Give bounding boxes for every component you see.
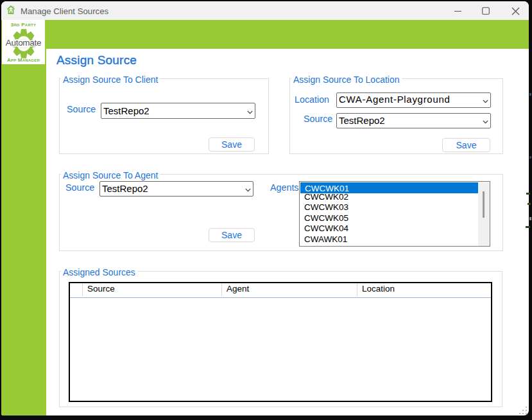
svg-text:Automate: Automate (6, 38, 41, 48)
